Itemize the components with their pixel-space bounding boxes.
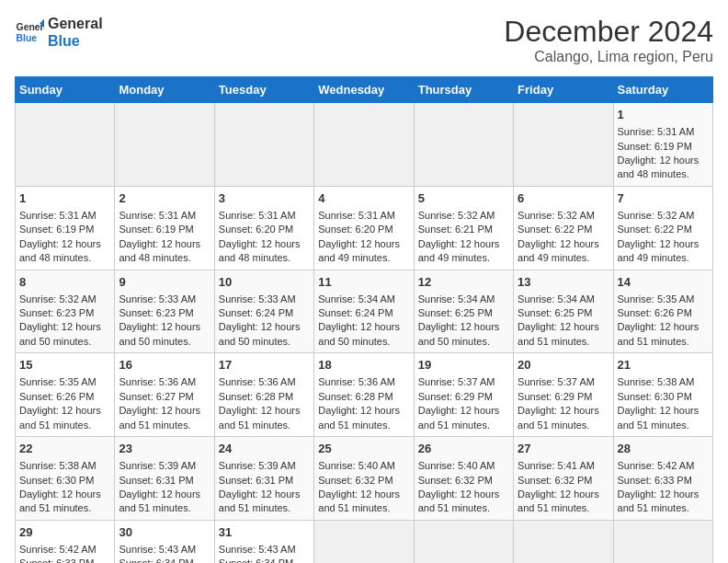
calendar-cell: 15Sunrise: 5:35 AMSunset: 6:26 PMDayligh… <box>16 353 115 437</box>
sunrise: Sunrise: 5:36 AM <box>119 376 196 387</box>
daylight: Daylight: 12 hours and 51 minutes. <box>518 488 599 513</box>
calendar-cell: 20Sunrise: 5:37 AMSunset: 6:29 PMDayligh… <box>514 353 613 437</box>
sunset: Sunset: 6:32 PM <box>418 475 493 486</box>
week-row-2: 1Sunrise: 5:31 AMSunset: 6:19 PMDaylight… <box>16 186 713 270</box>
calendar-cell: 2Sunrise: 5:31 AMSunset: 6:19 PMDaylight… <box>115 186 214 270</box>
day-number: 3 <box>219 190 310 207</box>
sunrise: Sunrise: 5:34 AM <box>318 293 395 304</box>
daylight: Daylight: 12 hours and 51 minutes. <box>618 321 700 346</box>
sunrise: Sunrise: 5:31 AM <box>19 210 97 221</box>
calendar-table: SundayMondayTuesdayWednesdayThursdayFrid… <box>15 76 713 563</box>
sunset: Sunset: 6:23 PM <box>119 307 193 318</box>
daylight: Daylight: 12 hours and 51 minutes. <box>119 405 200 430</box>
calendar-cell: 21Sunrise: 5:38 AMSunset: 6:30 PMDayligh… <box>613 353 712 437</box>
logo-blue: Blue <box>48 32 103 50</box>
calendar-cell <box>613 520 712 563</box>
sunset: Sunset: 6:26 PM <box>618 307 692 318</box>
calendar-cell: 27Sunrise: 5:41 AMSunset: 6:32 PMDayligh… <box>514 437 613 521</box>
day-number: 21 <box>618 357 709 373</box>
daylight: Daylight: 12 hours and 49 minutes. <box>318 238 400 263</box>
header-thursday: Thursday <box>414 77 513 103</box>
sunset: Sunset: 6:25 PM <box>518 307 592 318</box>
page-subtitle: Calango, Lima region, Peru <box>504 49 713 65</box>
calendar-cell: 14Sunrise: 5:35 AMSunset: 6:26 PMDayligh… <box>613 270 712 353</box>
daylight: Daylight: 12 hours and 48 minutes. <box>119 238 200 263</box>
calendar-cell: 22Sunrise: 5:38 AMSunset: 6:30 PMDayligh… <box>16 437 115 521</box>
sunrise: Sunrise: 5:40 AM <box>418 460 495 471</box>
sunset: Sunset: 6:30 PM <box>19 475 94 486</box>
day-number: 2 <box>119 190 210 207</box>
day-number: 30 <box>119 524 210 541</box>
calendar-cell <box>16 103 115 187</box>
daylight: Daylight: 12 hours and 50 minutes. <box>418 321 500 346</box>
header-monday: Monday <box>115 77 214 103</box>
calendar-cell: 9Sunrise: 5:33 AMSunset: 6:23 PMDaylight… <box>115 270 214 353</box>
sunset: Sunset: 6:32 PM <box>318 475 392 486</box>
sunset: Sunset: 6:23 PM <box>19 307 94 318</box>
calendar-cell: 29Sunrise: 5:42 AMSunset: 6:33 PMDayligh… <box>16 520 115 563</box>
day-number: 8 <box>19 274 110 291</box>
calendar-cell: 23Sunrise: 5:39 AMSunset: 6:31 PMDayligh… <box>115 437 214 521</box>
sunset: Sunset: 6:28 PM <box>219 391 293 402</box>
sunset: Sunset: 6:34 PM <box>119 557 193 563</box>
calendar-cell: 1Sunrise: 5:31 AMSunset: 6:19 PMDaylight… <box>613 103 712 187</box>
sunset: Sunset: 6:31 PM <box>219 475 293 486</box>
sunrise: Sunrise: 5:32 AM <box>418 210 495 221</box>
daylight: Daylight: 12 hours and 51 minutes. <box>119 488 200 513</box>
daylight: Daylight: 12 hours and 50 minutes. <box>19 321 101 346</box>
sunrise: Sunrise: 5:41 AM <box>518 460 595 471</box>
header-tuesday: Tuesday <box>214 77 313 103</box>
calendar-cell <box>214 103 313 187</box>
calendar-cell: 16Sunrise: 5:36 AMSunset: 6:27 PMDayligh… <box>115 353 214 437</box>
calendar-cell: 19Sunrise: 5:37 AMSunset: 6:29 PMDayligh… <box>414 353 513 437</box>
header-sunday: Sunday <box>16 77 115 103</box>
calendar-cell: 3Sunrise: 5:31 AMSunset: 6:20 PMDaylight… <box>214 186 313 270</box>
calendar-cell <box>314 103 414 187</box>
logo-general: General <box>48 15 103 32</box>
sunset: Sunset: 6:24 PM <box>219 307 293 318</box>
title-area: December 2024 Calango, Lima region, Peru <box>504 15 713 65</box>
calendar-cell: 25Sunrise: 5:40 AMSunset: 6:32 PMDayligh… <box>314 437 414 521</box>
day-number: 11 <box>318 274 409 291</box>
sunset: Sunset: 6:34 PM <box>219 557 293 563</box>
week-row-1: 1Sunrise: 5:31 AMSunset: 6:19 PMDaylight… <box>16 103 713 187</box>
logo: General Blue General Blue <box>15 15 103 50</box>
sunset: Sunset: 6:21 PM <box>418 224 493 235</box>
sunrise: Sunrise: 5:33 AM <box>119 293 196 304</box>
sunrise: Sunrise: 5:32 AM <box>518 210 595 221</box>
sunrise: Sunrise: 5:42 AM <box>19 544 97 555</box>
sunrise: Sunrise: 5:32 AM <box>618 210 695 221</box>
calendar-cell: 7Sunrise: 5:32 AMSunset: 6:22 PMDaylight… <box>613 186 712 270</box>
sunset: Sunset: 6:32 PM <box>518 475 592 486</box>
calendar-cell: 8Sunrise: 5:32 AMSunset: 6:23 PMDaylight… <box>16 270 115 353</box>
sunset: Sunset: 6:20 PM <box>318 224 392 235</box>
week-row-6: 29Sunrise: 5:42 AMSunset: 6:33 PMDayligh… <box>16 520 713 563</box>
day-number: 7 <box>618 190 709 207</box>
sunrise: Sunrise: 5:32 AM <box>19 293 97 304</box>
calendar-cell: 11Sunrise: 5:34 AMSunset: 6:24 PMDayligh… <box>314 270 414 353</box>
daylight: Daylight: 12 hours and 51 minutes. <box>518 321 599 346</box>
daylight: Daylight: 12 hours and 51 minutes. <box>318 488 400 513</box>
calendar-cell: 10Sunrise: 5:33 AMSunset: 6:24 PMDayligh… <box>214 270 313 353</box>
daylight: Daylight: 12 hours and 51 minutes. <box>219 405 301 430</box>
daylight: Daylight: 12 hours and 49 minutes. <box>518 238 599 263</box>
sunrise: Sunrise: 5:37 AM <box>518 376 595 387</box>
sunrise: Sunrise: 5:34 AM <box>418 293 495 304</box>
sunrise: Sunrise: 5:39 AM <box>119 460 196 471</box>
daylight: Daylight: 12 hours and 49 minutes. <box>618 238 700 263</box>
header-friday: Friday <box>514 77 613 103</box>
day-number: 26 <box>418 441 509 457</box>
daylight: Daylight: 12 hours and 48 minutes. <box>19 238 101 263</box>
day-number: 6 <box>518 190 609 207</box>
sunset: Sunset: 6:29 PM <box>518 391 592 402</box>
svg-text:Blue: Blue <box>17 33 38 43</box>
day-number: 5 <box>418 190 509 207</box>
sunrise: Sunrise: 5:34 AM <box>518 293 595 304</box>
header-row: SundayMondayTuesdayWednesdayThursdayFrid… <box>16 77 713 103</box>
day-number: 27 <box>518 441 609 457</box>
daylight: Daylight: 12 hours and 51 minutes. <box>418 488 500 513</box>
sunset: Sunset: 6:26 PM <box>19 391 94 402</box>
sunset: Sunset: 6:19 PM <box>119 224 193 235</box>
sunrise: Sunrise: 5:36 AM <box>318 376 395 387</box>
day-number: 28 <box>618 441 709 457</box>
